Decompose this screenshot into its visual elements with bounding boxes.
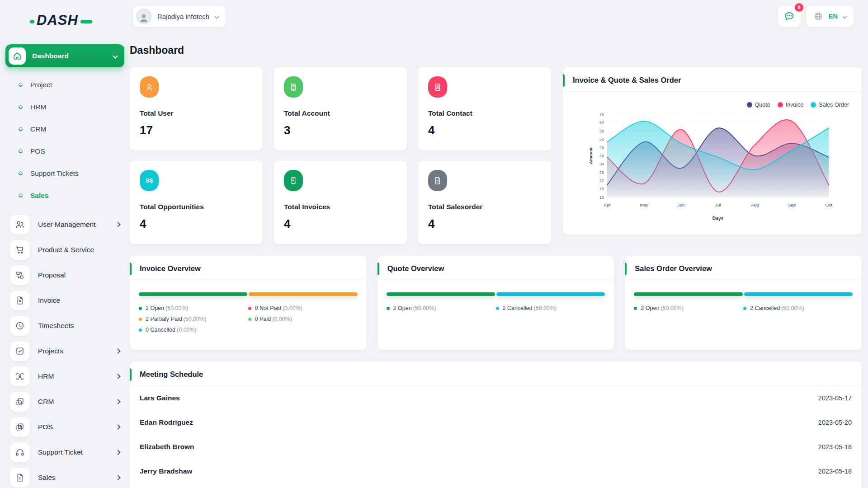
svg-text:70: 70 [599,112,604,117]
svg-text:28: 28 [599,170,604,175]
sales-dollar-icon: S$ [140,170,159,191]
meeting-row[interactable]: Edan Rodriguez 2023-05-20 [130,410,862,435]
sidebar-item-hrm[interactable]: HRM [0,364,130,389]
chart-card: Invoice & Quote & Sales Order QuoteInvoi… [563,67,862,235]
stat-value: 4 [428,217,541,231]
user-icon [140,76,159,98]
chart-legend-item[interactable]: Invoice [778,102,804,108]
legend-dot-icon [387,307,390,310]
chart-card-header: Invoice & Quote & Sales Order [563,67,862,92]
svg-text:Jul: Jul [715,202,721,207]
meeting-row[interactable]: Elizabeth Brown 2023-05-18 [130,435,862,459]
legend-dot-icon [139,328,142,332]
chart-legend-item[interactable]: Quote [747,102,770,108]
progress-segment [387,292,495,296]
legend-dot-icon [634,307,637,310]
sidebar-item-product-service[interactable]: Product & Service [0,237,130,263]
sales-order-overview-card: Sales Order Overview 2 Open(50.00%) 2 Ca… [625,256,862,350]
chart-legend: QuoteInvoiceSales Order [563,92,862,108]
sidebar-item-label: CRM [38,398,116,406]
meeting-row[interactable]: Lars Gaines 2023-05-17 [130,386,862,410]
language-selector[interactable]: EN [806,6,854,27]
svg-text:16: 16 [599,187,604,191]
sidebar-subitem-sales[interactable]: Sales [0,184,130,206]
stat-cards: Total User 17 Total Account 3 [130,67,551,244]
legend-item: 2 Open(50.00%) [387,305,496,311]
meeting-date: 2023-05-18 [818,468,852,475]
legend-pct: (0.00%) [177,327,197,333]
sidebar-item-label: Timesheets [38,322,120,330]
progress-segment [744,292,853,296]
sidebar-item-label: Support Ticket [38,448,116,456]
chat-bubble-icon [783,10,795,22]
sidebar-item-crm[interactable]: CRM [0,389,130,414]
legend-dot-icon [743,307,746,310]
sidebar-item-timesheets[interactable]: Timesheets [0,313,130,338]
sidebar-item-user-management[interactable]: User Management [0,212,130,237]
svg-text:Sep: Sep [788,202,796,207]
sidebar-item-proposal[interactable]: Proposal [0,263,130,288]
overlap-squares-plus-icon [10,417,30,437]
chevron-down-icon [215,14,219,19]
svg-text:34: 34 [599,162,604,166]
messages-badge: 0 [795,3,803,12]
svg-text:Jun: Jun [677,202,684,207]
sidebar-item-label: User Management [38,221,116,229]
check-square-icon [10,341,30,361]
sidebar-item-pos[interactable]: POS [0,414,130,440]
legend-pct: (0.00%) [272,316,292,322]
stat-label: Total Account [284,109,397,117]
svg-text:64: 64 [599,120,604,125]
chevron-right-icon [115,475,120,480]
legend-label: 2 Partialy Paid [146,316,182,322]
progress-segment [249,292,357,296]
topbar: Rajodiya infotech 0 EN [130,0,862,33]
sidebar-subitem-hrm[interactable]: HRM [0,96,130,118]
progress-segment [496,292,605,296]
top-widgets-row: Total User 17 Total Account 3 [130,67,862,244]
contact-card-icon [428,76,447,98]
stat-label: Total Contact [428,109,541,117]
sidebar-item-projects[interactable]: Projects [0,338,130,364]
meeting-date: 2023-05-18 [818,443,852,450]
legend-label: 2 Open [393,305,412,311]
brand-logo[interactable]: DASH [0,11,130,30]
meeting-row[interactable]: Jerry Bradshaw 2023-05-18 [130,459,862,483]
stat-card-total-salesorder: Total Salesorder 4 [418,161,551,244]
sidebar-subitem-pos[interactable]: POS [0,140,130,162]
bullet-icon [18,126,24,132]
stat-value: 3 [284,123,397,137]
card-title: Meeting Schedule [140,370,203,378]
svg-text:40: 40 [599,154,604,158]
sidebar-item-invoice[interactable]: Invoice [0,288,130,313]
language-code: EN [829,13,838,20]
bullet-icon [18,104,24,110]
chevron-right-icon [115,450,120,455]
sidebar-subitem-project[interactable]: Project [0,74,130,96]
chevron-right-icon [115,399,120,404]
sales-dollar-glyph: S$ [146,177,153,184]
card-title: Sales Order Overview [635,264,712,272]
chart-title: Invoice & Quote & Sales Order [573,76,681,84]
svg-text:52: 52 [599,137,604,141]
sidebar-item-dashboard[interactable]: Dashboard [5,44,124,67]
card-header: Sales Order Overview [625,256,862,280]
stat-label: Total Salesorder [428,203,541,211]
chart-legend-item[interactable]: Sales Order [811,102,849,108]
stat-value: 17 [140,123,253,137]
sidebar-subitem-support-tickets[interactable]: Support Tickets [0,162,130,184]
stat-card-total-contact: Total Contact 4 [418,67,551,150]
legend-item: 2 Open(50.00%) [634,305,743,311]
sidebar-item-label: Invoice [38,296,120,305]
sidebar-item-sales[interactable]: Sales [0,465,130,488]
overlap-squares-icon [10,392,30,412]
messages-button[interactable]: 0 [778,6,801,27]
sidebar-subitem-crm[interactable]: CRM [0,118,130,140]
sidebar-item-label: Proposal [38,271,120,279]
sidebar-item-support-ticket[interactable]: Support Ticket [0,440,130,465]
logo-accent-dash [80,20,92,23]
chart-svg: 1016222834404652586470AprMayJunJulAugSep… [566,108,857,225]
chevron-right-icon [115,222,120,227]
company-selector[interactable]: Rajodiya infotech [133,6,226,27]
legend-dot-icon [248,307,251,310]
